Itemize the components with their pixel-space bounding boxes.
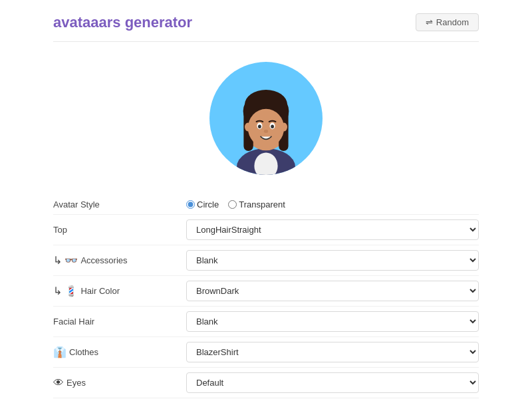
random-button[interactable]: ⇌ Random xyxy=(416,13,479,31)
circle-label: Circle xyxy=(197,200,219,209)
circle-radio[interactable] xyxy=(186,200,195,209)
eyes-label: 👁Eyes xyxy=(53,377,186,389)
clothes-label: 👔Clothes xyxy=(53,346,186,358)
top-select[interactable]: LongHairStraightLongHairCurlyShortHairSh… xyxy=(186,219,479,240)
clothes-control: BlazerShirtBlazerSweaterCollarSweaterGra… xyxy=(186,342,479,362)
eyes-icon: 👁 xyxy=(53,377,64,389)
svg-point-12 xyxy=(271,124,274,128)
eyes-row: 👁EyesCloseCryDefaultDizzyEyeRollHappyHea… xyxy=(53,368,479,398)
svg-point-8 xyxy=(248,109,284,148)
hair-color-select[interactable]: AuburnBlackBlondeBlondeGoldenBrownBrownD… xyxy=(186,281,479,301)
clothes-select[interactable]: BlazerShirtBlazerSweaterCollarSweaterGra… xyxy=(186,342,479,362)
hair-color-row: ↳ 💈Hair ColorAuburnBlackBlondeBlondeGold… xyxy=(53,276,479,307)
app-title: avataaars generator xyxy=(53,14,192,31)
svg-point-15 xyxy=(281,123,287,132)
facial-hair-row: Facial HairBlankBeardLightBeardMagesticB… xyxy=(53,307,479,337)
random-icon: ⇌ xyxy=(426,17,433,27)
transparent-radio-label[interactable]: Transparent xyxy=(228,200,285,209)
hair-color-label: ↳ 💈Hair Color xyxy=(53,285,186,297)
eyes-select[interactable]: CloseCryDefaultDizzyEyeRollHappyHeartsSi… xyxy=(186,372,479,393)
transparent-label: Transparent xyxy=(239,200,285,209)
svg-point-13 xyxy=(264,130,268,133)
facial-hair-label: Facial Hair xyxy=(53,317,186,327)
top-row: TopLongHairStraightLongHairCurlyShortHai… xyxy=(53,215,479,245)
circle-radio-label[interactable]: Circle xyxy=(186,200,219,209)
avatar-svg xyxy=(213,68,319,175)
accessories-select[interactable]: BlankKurtPrescription01Prescription02Rou… xyxy=(186,250,479,271)
hair-color-control: AuburnBlackBlondeBlondeGoldenBrownBrownD… xyxy=(186,281,479,301)
options-form: Avatar Style Circle Transparent TopLongH… xyxy=(53,195,479,399)
accessories-control: BlankKurtPrescription01Prescription02Rou… xyxy=(186,250,479,271)
svg-point-14 xyxy=(245,123,251,132)
accessories-row: ↳ 👓AccessoriesBlankKurtPrescription01Pre… xyxy=(53,245,479,276)
facial-hair-control: BlankBeardLightBeardMagesticBeardMediumM… xyxy=(186,311,479,332)
top-label: Top xyxy=(53,225,186,235)
random-label: Random xyxy=(436,17,469,27)
avatar-style-row: Avatar Style Circle Transparent xyxy=(53,195,479,215)
avatar-preview-section xyxy=(53,49,479,195)
avatar-style-label: Avatar Style xyxy=(53,200,186,209)
facial-hair-select[interactable]: BlankBeardLightBeardMagesticBeardMediumM… xyxy=(186,311,479,332)
eyes-control: CloseCryDefaultDizzyEyeRollHappyHeartsSi… xyxy=(186,372,479,393)
transparent-radio[interactable] xyxy=(228,200,237,209)
accessories-icon: ↳ 👓 xyxy=(53,254,78,267)
top-control: LongHairStraightLongHairCurlyShortHairSh… xyxy=(186,219,479,240)
clothes-icon: 👔 xyxy=(53,346,66,358)
hair-color-icon: ↳ 💈 xyxy=(53,285,78,297)
accessories-label: ↳ 👓Accessories xyxy=(53,254,186,267)
avatar-style-control: Circle Transparent xyxy=(186,200,479,209)
svg-point-11 xyxy=(258,124,261,128)
clothes-row: 👔ClothesBlazerShirtBlazerSweaterCollarSw… xyxy=(53,337,479,368)
avatar-circle xyxy=(209,62,323,175)
app-header: avataaars generator ⇌ Random xyxy=(53,13,479,42)
